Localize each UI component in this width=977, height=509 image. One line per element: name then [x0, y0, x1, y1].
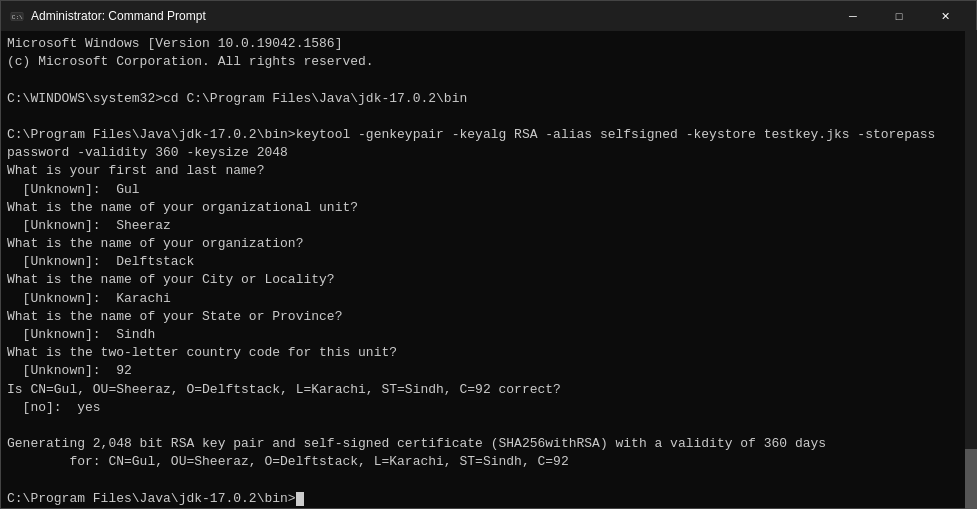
scrollbar[interactable] [965, 30, 977, 509]
close-button[interactable]: ✕ [922, 1, 968, 31]
minimize-button[interactable]: ─ [830, 1, 876, 31]
cmd-icon: C:\ [9, 8, 25, 24]
svg-text:C:\: C:\ [12, 14, 23, 21]
maximize-button[interactable]: □ [876, 1, 922, 31]
titlebar: C:\ Administrator: Command Prompt ─ □ ✕ [1, 1, 976, 31]
cmd-window: C:\ Administrator: Command Prompt ─ □ ✕ … [0, 0, 977, 509]
window-title: Administrator: Command Prompt [31, 9, 830, 23]
window-controls: ─ □ ✕ [830, 1, 968, 31]
terminal-cursor [296, 492, 304, 506]
terminal-output[interactable]: Microsoft Windows [Version 10.0.19042.15… [1, 31, 976, 508]
window-wrapper: C:\ Administrator: Command Prompt ─ □ ✕ … [0, 0, 977, 509]
scrollbar-thumb[interactable] [965, 449, 977, 509]
